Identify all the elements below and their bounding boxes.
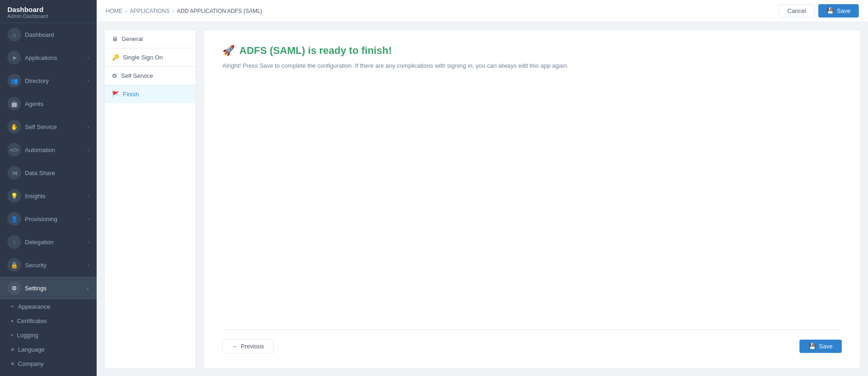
sidebar-item-label: Security bbox=[25, 262, 46, 269]
gear-icon: ⚙ bbox=[112, 72, 117, 79]
step-general[interactable]: 🖥 General bbox=[104, 30, 196, 48]
sidebar-item-directory[interactable]: 👥 Directory ‹ bbox=[0, 69, 97, 92]
applications-icon: ➤ bbox=[7, 51, 21, 65]
key-icon: 🔑 bbox=[112, 54, 119, 61]
sidebar-item-agents[interactable]: 🤖 Agents bbox=[0, 92, 97, 115]
topbar: HOME › APPLICATIONS › ADD APPLICATION AD… bbox=[97, 0, 868, 22]
panel-footer: ← Previous 💾 Save bbox=[222, 329, 842, 353]
sidebar: Dashboard Admin Dashboard ⌂ Dashboard ➤ … bbox=[0, 0, 97, 376]
sidebar-item-label: Provisioning bbox=[25, 216, 58, 223]
sidebar-item-automation[interactable]: </> Automation ‹ bbox=[0, 138, 97, 161]
breadcrumb-separator: › bbox=[172, 8, 174, 14]
delegation-icon: ↑ bbox=[7, 235, 21, 249]
save-bottom-icon: 💾 bbox=[809, 343, 816, 350]
agents-icon: 🤖 bbox=[7, 97, 21, 111]
sidebar-item-label: Automation bbox=[25, 147, 55, 153]
flag-icon: 🚩 bbox=[112, 91, 119, 98]
sidebar-item-settings[interactable]: ⚙ Settings ∨ bbox=[0, 276, 97, 300]
sidebar-item-security[interactable]: 🔒 Security ‹ bbox=[0, 253, 97, 276]
sidebar-item-self-service[interactable]: ✋ Self Service ‹ bbox=[0, 115, 97, 138]
chevron-icon: ‹ bbox=[88, 240, 89, 245]
content-area: 🖥 General 🔑 Single Sign On ⚙ Self Servic… bbox=[97, 22, 868, 376]
sidebar-item-label: Delegation bbox=[25, 239, 53, 246]
cancel-button[interactable]: Cancel bbox=[779, 4, 815, 18]
sidebar-sub-item-logging[interactable]: ≡ Logging bbox=[0, 328, 97, 342]
pencil-icon: ✏ bbox=[11, 305, 14, 309]
sidebar-item-label: Settings bbox=[25, 285, 46, 292]
sidebar-item-label: Self Service bbox=[25, 123, 57, 130]
data-share-icon: ⋊ bbox=[7, 166, 21, 180]
sidebar-sub-item-language[interactable]: ⊞ Language bbox=[0, 342, 97, 357]
step-label: General bbox=[122, 35, 143, 42]
breadcrumb-separator: › bbox=[125, 8, 127, 14]
sidebar-sub-label: Logging bbox=[17, 332, 38, 339]
home-icon: ⌂ bbox=[7, 28, 21, 41]
sidebar-item-dashboard[interactable]: ⌂ Dashboard bbox=[0, 23, 97, 46]
ready-description: Alright! Press Save to complete the conf… bbox=[222, 62, 842, 69]
step-finish[interactable]: 🚩 Finish bbox=[104, 85, 196, 103]
step-label: Finish bbox=[123, 91, 139, 98]
sidebar-item-delegation[interactable]: ↑ Delegation ‹ bbox=[0, 230, 97, 253]
sidebar-item-label: Directory bbox=[25, 77, 49, 84]
chevron-icon: ‹ bbox=[88, 55, 89, 60]
sidebar-item-provisioning[interactable]: 👤 Provisioning ‹ bbox=[0, 207, 97, 230]
sidebar-sub-item-certificates[interactable]: ● Certificates bbox=[0, 314, 97, 328]
company-icon: ⊞ bbox=[11, 362, 14, 366]
steps-panel: 🖥 General 🔑 Single Sign On ⚙ Self Servic… bbox=[104, 29, 196, 369]
sidebar-item-applications[interactable]: ➤ Applications ‹ bbox=[0, 46, 97, 69]
sidebar-title: Dashboard bbox=[7, 6, 89, 13]
sidebar-sub-label: Appearance bbox=[18, 303, 50, 310]
arrow-left-icon: ← bbox=[232, 343, 238, 350]
chevron-icon: ‹ bbox=[88, 124, 89, 129]
main-area: HOME › APPLICATIONS › ADD APPLICATION AD… bbox=[97, 0, 868, 376]
sidebar-item-label: Agents bbox=[25, 100, 43, 107]
save-icon: 💾 bbox=[827, 7, 834, 14]
sidebar-item-label: Applications bbox=[25, 54, 57, 61]
security-icon: 🔒 bbox=[7, 258, 21, 272]
step-label: Single Sign On bbox=[123, 54, 163, 61]
sidebar-sub-label: Company bbox=[18, 360, 44, 367]
ready-title: 🚀 ADFS (SAML) is ready to finish! bbox=[222, 45, 842, 57]
sidebar-item-label: Data Share bbox=[25, 170, 55, 176]
settings-icon: ⚙ bbox=[7, 281, 21, 295]
monitor-icon: 🖥 bbox=[112, 35, 118, 42]
breadcrumb-current: ADD APPLICATION ADFS (SAML) bbox=[177, 8, 262, 14]
circle-icon: ● bbox=[11, 319, 13, 323]
chevron-down-icon: ∨ bbox=[86, 286, 89, 291]
breadcrumb-applications[interactable]: APPLICATIONS bbox=[130, 8, 169, 14]
automation-icon: </> bbox=[7, 143, 21, 157]
step-self-service[interactable]: ⚙ Self Service bbox=[104, 67, 196, 85]
provisioning-icon: 👤 bbox=[7, 212, 21, 226]
main-panel: 🚀 ADFS (SAML) is ready to finish! Alrigh… bbox=[203, 29, 861, 369]
chevron-icon: ‹ bbox=[88, 217, 89, 222]
list-icon: ≡ bbox=[11, 333, 13, 337]
chevron-icon: ‹ bbox=[88, 194, 89, 199]
sidebar-item-label: Dashboard bbox=[25, 31, 54, 38]
sidebar-item-insights[interactable]: 💡 Insights ‹ bbox=[0, 184, 97, 207]
step-sso[interactable]: 🔑 Single Sign On bbox=[104, 48, 196, 67]
sidebar-item-label: Insights bbox=[25, 193, 46, 200]
sidebar-subtitle: Admin Dashboard bbox=[7, 13, 89, 19]
insights-icon: 💡 bbox=[7, 189, 21, 203]
sidebar-header: Dashboard Admin Dashboard bbox=[0, 0, 97, 23]
save-bottom-button[interactable]: 💾 Save bbox=[799, 340, 842, 353]
breadcrumb: HOME › APPLICATIONS › ADD APPLICATION AD… bbox=[106, 8, 262, 14]
language-icon: ⊞ bbox=[11, 347, 14, 352]
sidebar-sub-label: Language bbox=[18, 346, 45, 353]
save-button[interactable]: 💾 Save bbox=[818, 4, 859, 18]
step-label: Self Service bbox=[121, 72, 153, 79]
self-service-icon: ✋ bbox=[7, 120, 21, 134]
breadcrumb-home[interactable]: HOME bbox=[106, 8, 122, 14]
chevron-icon: ‹ bbox=[88, 78, 89, 83]
chevron-icon: ‹ bbox=[88, 263, 89, 268]
directory-icon: 👥 bbox=[7, 74, 21, 88]
previous-button[interactable]: ← Previous bbox=[222, 339, 274, 353]
sidebar-sub-item-appearance[interactable]: ✏ Appearance bbox=[0, 300, 97, 314]
sidebar-sub-item-company[interactable]: ⊞ Company bbox=[0, 357, 97, 371]
rocket-icon: 🚀 bbox=[222, 45, 235, 57]
sidebar-sub-label: Certificates bbox=[17, 317, 47, 324]
chevron-icon: ‹ bbox=[88, 147, 89, 153]
topbar-actions: Cancel 💾 Save bbox=[779, 4, 859, 18]
sidebar-item-data-share[interactable]: ⋊ Data Share bbox=[0, 161, 97, 184]
